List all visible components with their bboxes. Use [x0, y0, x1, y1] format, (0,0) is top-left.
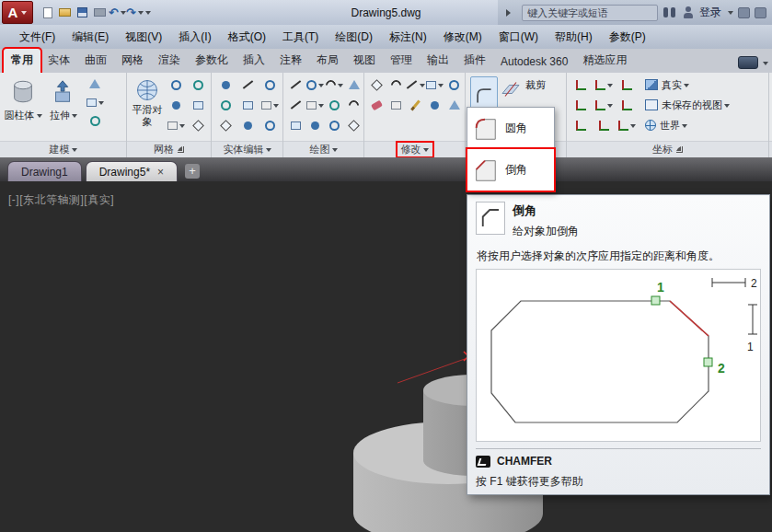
- infocenter-collapse-icon[interactable]: [506, 9, 514, 17]
- polygon-button[interactable]: [344, 76, 363, 93]
- tab-output[interactable]: 输出: [420, 49, 456, 73]
- redo-button[interactable]: ↷: [127, 6, 143, 20]
- rotate-button[interactable]: [386, 76, 406, 93]
- menu-tools[interactable]: 工具(T): [274, 26, 327, 49]
- ucs-named-button[interactable]: [616, 117, 639, 133]
- imprint-button[interactable]: [236, 117, 259, 133]
- close-tab-icon[interactable]: ×: [157, 167, 164, 178]
- mesh-refine-button[interactable]: [187, 76, 209, 93]
- line-button[interactable]: [286, 97, 305, 113]
- erase-button[interactable]: [367, 97, 386, 113]
- menu-help[interactable]: 帮助(H): [547, 26, 601, 49]
- user-icon[interactable]: [682, 6, 695, 19]
- ellipse-button[interactable]: [325, 97, 344, 113]
- union-button[interactable]: [214, 76, 236, 93]
- interfere-button[interactable]: [259, 76, 281, 93]
- polysolid-button[interactable]: [86, 94, 104, 110]
- dialog-launcher-icon[interactable]: [676, 146, 683, 153]
- panel-label-mesh[interactable]: 网格: [127, 141, 211, 157]
- scale-button[interactable]: [425, 97, 444, 113]
- panel-label-draw[interactable]: 绘图: [283, 141, 363, 157]
- menu-edit[interactable]: 编辑(E): [63, 26, 117, 49]
- save-button[interactable]: [75, 6, 90, 20]
- mesh-extrude-face-button[interactable]: [165, 117, 187, 133]
- plot-button[interactable]: [92, 6, 108, 20]
- smooth-object-button[interactable]: 平滑对象: [130, 75, 165, 141]
- sign-in-label[interactable]: 登录: [699, 5, 721, 20]
- tab-annotate[interactable]: 注释: [272, 49, 309, 73]
- tab-solid[interactable]: 实体: [40, 49, 77, 73]
- chevron-down-icon[interactable]: [728, 11, 733, 17]
- ucs-button[interactable]: [570, 76, 593, 93]
- menu-view[interactable]: 视图(V): [117, 26, 170, 49]
- spline-button[interactable]: [344, 97, 363, 113]
- tab-featured-apps[interactable]: 精选应用: [575, 49, 634, 73]
- chevron-down-icon[interactable]: [121, 11, 126, 17]
- offset-button[interactable]: [444, 76, 464, 93]
- panel-label-solid-editing[interactable]: 实体编辑: [212, 141, 282, 157]
- tab-view[interactable]: 视图: [346, 49, 383, 73]
- panel-label-modeling[interactable]: 建模: [0, 141, 126, 157]
- panel-label-coordinates[interactable]: 坐标: [567, 141, 768, 157]
- visual-style-dropdown[interactable]: 真实: [642, 75, 732, 95]
- shell-button[interactable]: [259, 97, 281, 113]
- intersect-button[interactable]: [214, 117, 236, 133]
- doc-tab-drawing1[interactable]: Drawing1: [7, 161, 82, 181]
- tab-render[interactable]: 渲染: [151, 49, 188, 73]
- trim-button[interactable]: [406, 76, 425, 93]
- tab-layout[interactable]: 布局: [309, 49, 346, 73]
- ucs-face-button[interactable]: [593, 97, 616, 113]
- menu-draw[interactable]: 绘图(D): [327, 26, 381, 49]
- menu-file[interactable]: 文件(F): [11, 26, 63, 49]
- cylinder-button[interactable]: 圆柱体: [3, 75, 43, 141]
- app-menu-button[interactable]: A: [2, 1, 33, 24]
- ucs-z-axis-button[interactable]: [616, 76, 639, 93]
- fillet-menu-item[interactable]: 圆角: [467, 108, 554, 149]
- subtract-button[interactable]: [214, 97, 236, 113]
- tab-home[interactable]: 常用: [4, 49, 40, 73]
- mesh-split-button[interactable]: [187, 117, 209, 133]
- undo-button[interactable]: ↶: [109, 6, 125, 20]
- exchange-apps-icon[interactable]: [738, 7, 750, 18]
- mirror-button[interactable]: [406, 97, 425, 113]
- help-menu-icon[interactable]: [755, 7, 766, 18]
- qat-customize-button[interactable]: [145, 11, 151, 17]
- menu-insert[interactable]: 插入(I): [170, 26, 219, 49]
- open-file-button[interactable]: [57, 6, 73, 20]
- tab-plugins[interactable]: 插件: [456, 49, 493, 73]
- new-tab-button[interactable]: +: [185, 164, 200, 179]
- menu-modify[interactable]: 修改(M): [435, 26, 490, 49]
- tab-manage[interactable]: 管理: [383, 49, 420, 73]
- slice-button[interactable]: [236, 76, 259, 93]
- chamfer-menu-item[interactable]: 倒角: [467, 149, 554, 191]
- clean-button[interactable]: [259, 117, 281, 133]
- menu-window[interactable]: 窗口(W): [490, 26, 547, 49]
- point-button[interactable]: [305, 117, 325, 133]
- ucs-view-button[interactable]: [616, 97, 639, 113]
- thicken-button[interactable]: [236, 97, 259, 113]
- extrude-button[interactable]: 拉伸: [43, 75, 84, 141]
- dialog-launcher-icon[interactable]: [178, 146, 184, 153]
- ucs-origin-button[interactable]: [593, 76, 616, 93]
- tab-insert[interactable]: 插入: [236, 49, 272, 73]
- ucs-previous-button[interactable]: [570, 97, 593, 113]
- explode-button[interactable]: [444, 97, 464, 113]
- hatch-button[interactable]: [286, 117, 305, 133]
- arc-button[interactable]: [325, 76, 344, 93]
- presspull-button[interactable]: [86, 75, 104, 92]
- rectangle-button[interactable]: [305, 97, 325, 113]
- region-button[interactable]: [344, 117, 363, 133]
- ucs-object-button[interactable]: [570, 117, 593, 133]
- tab-parametric[interactable]: 参数化: [188, 49, 236, 73]
- move-button[interactable]: [367, 76, 386, 93]
- named-view-dropdown[interactable]: 未保存的视图: [642, 95, 732, 115]
- ucs-world-dropdown[interactable]: 世界: [642, 115, 732, 135]
- doc-tab-drawing5[interactable]: Drawing5* ×: [86, 161, 178, 181]
- mesh-crease-button[interactable]: [187, 97, 209, 113]
- ucs-world-button[interactable]: [593, 117, 616, 133]
- panel-label-modify[interactable]: 修改: [364, 141, 465, 157]
- copy-button[interactable]: [386, 97, 406, 113]
- menu-parameters[interactable]: 参数(P): [601, 26, 654, 49]
- ribbon-display-toggle[interactable]: [738, 56, 768, 69]
- search-input[interactable]: [522, 5, 658, 21]
